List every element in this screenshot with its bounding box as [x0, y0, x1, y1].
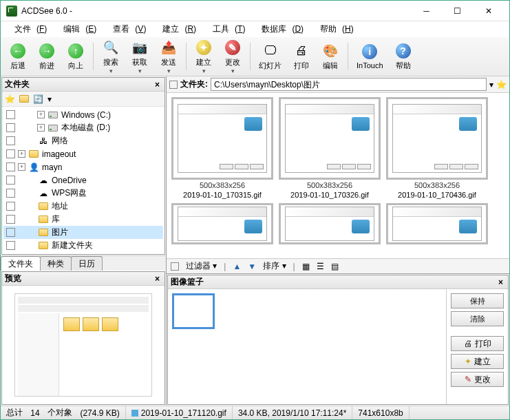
view-list-icon[interactable]: ☰	[317, 262, 324, 271]
home-icon[interactable]	[19, 95, 29, 103]
create-button[interactable]: ✦建立	[189, 38, 218, 76]
basket-create-button[interactable]: ✦建立	[451, 354, 504, 369]
menu-view[interactable]: 查看(V)	[102, 22, 151, 36]
tree-checkbox[interactable]	[6, 215, 15, 224]
tab-calendar[interactable]: 日历	[71, 256, 103, 271]
filter-button[interactable]: 过滤器 ▾	[186, 260, 217, 272]
menu-file[interactable]: 文件(F)	[3, 22, 52, 36]
tree-item[interactable]: +本地磁盘 (D:)	[3, 121, 163, 134]
acquire-button[interactable]: 📷获取	[125, 38, 154, 76]
thumbnail-item[interactable]: 500x383x256 2019-01-10_170326.gif	[278, 97, 381, 199]
basket-hold-button[interactable]: 保持	[451, 293, 504, 308]
tab-categories[interactable]: 种类	[40, 256, 72, 271]
refresh-icon[interactable]: 🔄	[33, 94, 43, 104]
menu-bar: 文件(F) 编辑(E) 查看(V) 建立(R) 工具(T) 数据库(D) 帮助(…	[1, 21, 509, 36]
thumbnail-item[interactable]: 500x383x256 2019-01-10_170315.gif	[171, 97, 274, 199]
expand-icon	[28, 229, 35, 236]
tree-checkbox[interactable]	[6, 123, 15, 132]
help-button[interactable]: ?帮助	[389, 41, 418, 72]
tree-item[interactable]: 地址	[3, 200, 163, 213]
tree-checkbox[interactable]	[6, 189, 15, 198]
basket-thumbs[interactable]	[168, 289, 446, 404]
up-button[interactable]: ↑向上	[61, 41, 90, 72]
path-fav-icon[interactable]: ⭐	[496, 80, 507, 90]
tree-item[interactable]: +imageout	[3, 147, 163, 160]
tree-checkbox[interactable]	[6, 110, 15, 119]
tree-checkbox[interactable]	[6, 176, 15, 185]
tree-item[interactable]: ☁OneDrive	[3, 174, 163, 187]
tree-checkbox[interactable]	[6, 202, 15, 211]
menu-create[interactable]: 建立(R)	[151, 22, 202, 36]
send-button[interactable]: 📤发送	[154, 38, 183, 76]
sort-asc-icon[interactable]: ▲	[233, 262, 241, 271]
expand-icon[interactable]: +	[37, 124, 45, 132]
thumbnail-item[interactable]	[171, 203, 274, 244]
tree-checkbox[interactable]	[6, 228, 15, 237]
window-title: ACDSee 6.0 -	[21, 6, 411, 16]
basket-print-button[interactable]: 🖨打印	[451, 336, 504, 351]
thumbnail-item[interactable]	[278, 203, 381, 244]
tree-item[interactable]: 库	[3, 213, 163, 226]
path-checkbox[interactable]	[169, 81, 178, 89]
thumbnail-item[interactable]	[385, 203, 489, 244]
intouch-button[interactable]: iInTouch	[351, 42, 389, 71]
expand-icon[interactable]: +	[18, 163, 25, 171]
cloud-icon: ☁	[38, 175, 49, 186]
filter-checkbox[interactable]	[171, 262, 179, 271]
path-input[interactable]: C:\Users\mayn\Desktop\图片	[211, 78, 487, 91]
tree-checkbox[interactable]	[6, 162, 15, 171]
thumbnail-area[interactable]: 500x383x256 2019-01-10_170315.gif 500x38…	[167, 93, 509, 258]
minimize-button[interactable]: ─	[411, 1, 442, 21]
sort-desc-icon[interactable]: ▼	[248, 262, 256, 271]
tree-checkbox[interactable]	[6, 136, 15, 145]
view-detail-icon[interactable]: ▤	[331, 262, 339, 271]
close-button[interactable]: ✕	[473, 1, 504, 21]
search-button[interactable]: 🔍搜索	[96, 38, 125, 76]
back-button[interactable]: ←后退	[3, 41, 32, 72]
tree-item[interactable]: 新建文件夹	[3, 239, 163, 252]
menu-database[interactable]: 数据库(D)	[251, 22, 309, 36]
thumbnail-item[interactable]: 500x383x256 2019-01-10_170436.gif	[385, 97, 489, 199]
tab-folders[interactable]: 文件夹	[1, 256, 41, 271]
preview-close-icon[interactable]: ×	[153, 274, 162, 284]
path-dropdown-icon[interactable]: ▾	[489, 80, 493, 90]
expand-icon[interactable]: +	[18, 150, 25, 158]
modify-button[interactable]: ✎更改	[218, 38, 247, 76]
drive-icon	[47, 123, 59, 134]
view-icons-icon[interactable]: ▦	[302, 262, 310, 271]
tree-label: mayn	[42, 162, 62, 172]
slideshow-button[interactable]: 🖵幻灯片	[253, 41, 287, 72]
tree-item[interactable]: +👤mayn	[3, 160, 163, 174]
tree-checkbox[interactable]	[6, 149, 15, 158]
basket-item[interactable]	[172, 293, 215, 329]
fav-icon[interactable]: ⭐	[5, 94, 15, 104]
status-dimensions: 741x610x8b	[352, 406, 409, 419]
options-icon[interactable]: ▾	[47, 94, 52, 104]
sort-button[interactable]: 排序 ▾	[263, 260, 286, 272]
tree-item[interactable]: 图片	[3, 226, 163, 239]
menu-tools[interactable]: 工具(T)	[202, 22, 251, 36]
tree-label: imageout	[42, 149, 76, 159]
edit-icon: 🎨	[322, 43, 339, 59]
folders-close-icon[interactable]: ×	[153, 80, 162, 90]
tree-label: 图片	[52, 227, 68, 238]
edit-button[interactable]: 🎨编辑	[316, 41, 345, 72]
expand-icon	[28, 189, 35, 197]
tree-item[interactable]: ☁WPS网盘	[3, 187, 163, 200]
tree-item[interactable]: +Windows (C:)	[3, 108, 163, 121]
basket-modify-button[interactable]: ✎更改	[451, 372, 504, 387]
folders-header: 文件夹 ×	[2, 78, 164, 92]
expand-icon[interactable]: +	[37, 111, 45, 118]
menu-help[interactable]: 帮助(H)	[309, 22, 359, 36]
left-tabs: 文件夹 种类 日历	[1, 255, 166, 271]
basket-close-icon[interactable]: ×	[496, 277, 505, 287]
maximize-button[interactable]: ☐	[442, 1, 473, 21]
folder-tree[interactable]: +Windows (C:)+本地磁盘 (D:)🖧网络+imageout+👤may…	[2, 107, 164, 254]
forward-button[interactable]: →前进	[32, 41, 61, 72]
print-button[interactable]: 🖨打印	[287, 41, 316, 72]
title-bar: ACDSee 6.0 - ─ ☐ ✕	[1, 1, 509, 21]
tree-checkbox[interactable]	[6, 241, 15, 250]
tree-item[interactable]: 🖧网络	[3, 134, 163, 147]
menu-edit[interactable]: 编辑(E)	[52, 22, 102, 36]
basket-clear-button[interactable]: 清除	[451, 311, 504, 326]
